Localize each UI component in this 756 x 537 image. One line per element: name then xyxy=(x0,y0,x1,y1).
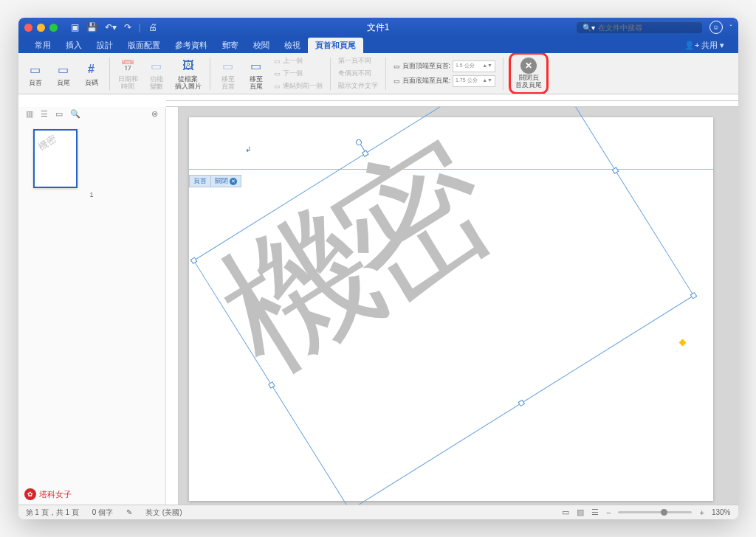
resize-handle[interactable] xyxy=(518,400,525,407)
chevron-down-icon[interactable]: ˇ xyxy=(730,24,732,31)
resize-handle[interactable] xyxy=(690,292,697,299)
web-layout-icon[interactable]: ☰ xyxy=(591,507,599,517)
minimize-window-button[interactable] xyxy=(37,24,45,32)
close-header-footer-highlight: ✕ 關閉頁 首及頁尾 xyxy=(509,53,549,94)
pagenum-button[interactable]: #頁碼 xyxy=(79,58,104,89)
header-tag: 頁首 關閉✕ xyxy=(189,175,241,187)
header-button[interactable]: ▭頁首 xyxy=(23,58,48,89)
close-window-button[interactable] xyxy=(24,24,32,32)
panel-close-icon[interactable]: ⊗ xyxy=(151,109,158,119)
brand-icon: ✿ xyxy=(24,488,36,500)
ribbon: ▭頁首 ▭頁尾 #頁碼 📅日期和 時間 ▭功能 變數 🖼從檔案 插入圖片 ▭移至… xyxy=(18,53,738,94)
show-doc-text-check: 顯示文件文字 xyxy=(336,80,380,91)
header-tag-label: 頁首 xyxy=(189,175,211,187)
word-count[interactable]: 0 個字 xyxy=(92,507,113,518)
resize-handle[interactable] xyxy=(268,381,275,389)
thumbnails-icon[interactable]: ▥ xyxy=(26,109,33,119)
resize-handle[interactable] xyxy=(611,167,619,174)
fullscreen-window-button[interactable] xyxy=(49,24,58,32)
prev-button: ▭ 上一個 xyxy=(272,55,325,66)
focus-view-icon[interactable]: ▭ xyxy=(562,507,569,517)
next-button: ▭ 下一個 xyxy=(272,68,325,79)
tab-mailings[interactable]: 郵寄 xyxy=(215,38,246,53)
header-tag-close[interactable]: 關閉✕ xyxy=(211,175,241,187)
document-title: 文件1 xyxy=(367,21,390,34)
footer-distance-input[interactable]: 1.75 公分▲▼ xyxy=(453,75,495,87)
page-thumbnail[interactable]: 機密 xyxy=(33,129,78,188)
brand-watermark: ✿ 塔科女子 xyxy=(24,488,72,500)
print-icon[interactable]: 🖨 xyxy=(148,22,157,32)
header-distance-input[interactable]: 1.5 公分▲▼ xyxy=(453,60,495,72)
titlebar: ▣ 💾 ↶▾ ↷ | 🖨 文件1 🔍▾ ☺ ˇ xyxy=(18,18,738,37)
status-bar: 第 1 頁，共 1 頁 0 個字 ✎ 英文 (美國) ▭ ▥ ☰ − + 130… xyxy=(18,505,738,519)
close-icon: ✕ xyxy=(520,58,537,74)
undo-icon[interactable]: ↶▾ xyxy=(105,22,117,32)
spellcheck-icon[interactable]: ✎ xyxy=(126,508,132,516)
header-distance-row: ▭ 頁面頂端至頁首: 1.5 公分▲▼ xyxy=(391,60,498,73)
tab-references[interactable]: 參考資料 xyxy=(168,38,215,53)
zoom-in-button[interactable]: + xyxy=(699,508,704,517)
autosave-icon[interactable]: ▣ xyxy=(71,22,79,32)
save-icon[interactable]: 💾 xyxy=(86,22,97,32)
goto-header-button: ▭移至 頁首 xyxy=(216,55,241,92)
language-label[interactable]: 英文 (美國) xyxy=(145,507,182,518)
horizontal-ruler[interactable] xyxy=(166,94,738,107)
document-page[interactable]: ↲ 頁首 關閉✕ 機密 xyxy=(189,117,713,501)
feedback-icon[interactable]: ☺ xyxy=(709,21,723,34)
zoom-slider[interactable] xyxy=(618,511,692,513)
tab-design[interactable]: 設計 xyxy=(89,38,120,53)
paragraph-mark-icon: ↲ xyxy=(245,145,251,153)
footer-distance-row: ▭ 頁面底端至頁尾: 1.75 公分▲▼ xyxy=(391,75,498,88)
thumbnail-watermark: 機密 xyxy=(35,133,59,154)
search-field[interactable]: 🔍▾ xyxy=(577,22,702,33)
search-input[interactable] xyxy=(598,24,696,32)
close-header-footer-button[interactable]: ✕ 關閉頁 首及頁尾 xyxy=(512,56,545,91)
outline-icon[interactable]: ☰ xyxy=(41,109,48,119)
search-icon: 🔍▾ xyxy=(583,24,595,32)
tab-insert[interactable]: 插入 xyxy=(58,38,89,53)
thumbnail-panel: ▥ ☰ ▭ 🔍 ⊗ 機密 1 ✿ 塔科女子 xyxy=(18,107,166,505)
share-button[interactable]: 👤+ 共用 ▾ xyxy=(680,38,729,53)
datetime-button: 📅日期和 時間 xyxy=(115,55,141,92)
find-icon[interactable]: 🔍 xyxy=(70,109,80,119)
adjust-handle[interactable] xyxy=(678,339,686,347)
first-page-diff-check: 第一頁不同 xyxy=(336,55,380,66)
tab-layout[interactable]: 版面配置 xyxy=(120,38,168,53)
ribbon-tabs: 常用 插入 設計 版面配置 參考資料 郵寄 校閱 檢視 頁首和頁尾 👤+ 共用 … xyxy=(18,37,738,53)
vertical-ruler[interactable] xyxy=(166,107,179,505)
tab-home[interactable]: 常用 xyxy=(27,38,58,53)
watermark-selection-box[interactable] xyxy=(193,107,693,505)
tab-header-footer[interactable]: 頁首和頁尾 xyxy=(308,38,363,53)
insert-picture-button[interactable]: 🖼從檔案 插入圖片 xyxy=(172,55,205,92)
tab-review[interactable]: 校閱 xyxy=(246,38,277,53)
link-previous-button: ▭ 連結到前一個 xyxy=(272,80,325,91)
resize-handle[interactable] xyxy=(190,257,197,264)
zoom-out-button[interactable]: − xyxy=(606,508,611,517)
window-controls xyxy=(24,24,58,32)
goto-footer-button[interactable]: ▭移至 頁尾 xyxy=(244,55,269,92)
redo-icon[interactable]: ↷ xyxy=(124,22,131,32)
nav-icon[interactable]: ▭ xyxy=(55,109,63,119)
tab-view[interactable]: 檢視 xyxy=(277,38,308,53)
print-layout-icon[interactable]: ▥ xyxy=(577,507,584,517)
odd-even-diff-check: 奇偶頁不同 xyxy=(336,68,380,79)
page-count[interactable]: 第 1 頁，共 1 頁 xyxy=(26,507,79,518)
vars-button: ▭功能 變數 xyxy=(144,55,169,92)
zoom-level[interactable]: 130% xyxy=(712,508,731,516)
footer-button[interactable]: ▭頁尾 xyxy=(51,58,76,89)
thumbnail-number: 1 xyxy=(33,191,151,198)
